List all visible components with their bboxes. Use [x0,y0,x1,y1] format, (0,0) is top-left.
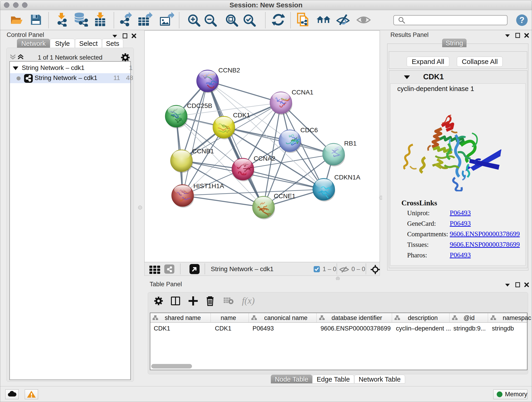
svg-text:?: ? [519,15,525,25]
svg-text:RB1: RB1 [344,140,356,147]
svg-text:CDK1: CDK1 [233,112,250,119]
svg-text:CCNE1: CCNE1 [274,192,296,200]
svg-text:CCNB1: CCNB1 [192,148,214,155]
svg-text:CDKN1A: CDKN1A [334,174,360,181]
svg-text:CCNA1: CCNA1 [292,89,313,96]
svg-text:CDC6: CDC6 [300,127,318,134]
svg-text:CCNA2: CCNA2 [254,155,275,162]
svg-text:CCNB2: CCNB2 [218,67,240,74]
svg-text:HIST1H1A: HIST1H1A [193,182,224,190]
svg-text:CDC25B: CDC25B [187,102,212,109]
